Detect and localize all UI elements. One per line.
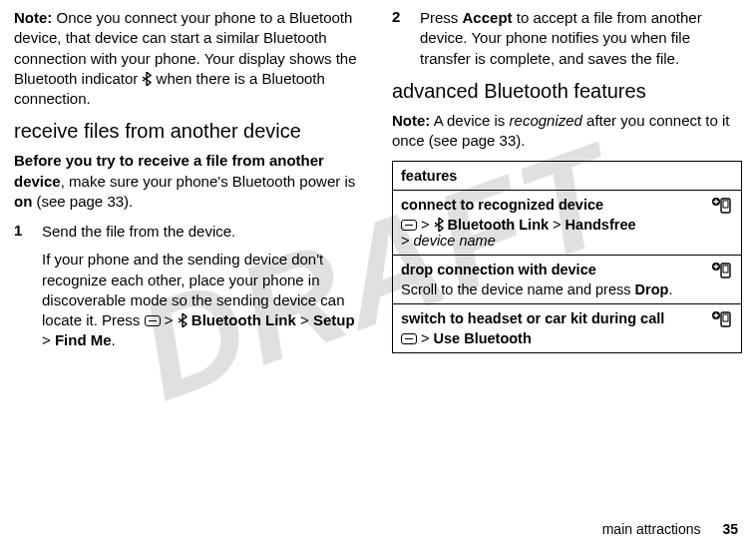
- page-columns: Note: Once you connect your phone to a B…: [0, 0, 756, 359]
- accept-label: Accept: [463, 9, 513, 26]
- before-tail: (see page 33).: [32, 193, 133, 210]
- device-name-label: device name: [414, 233, 496, 249]
- bluetooth-icon: [142, 71, 152, 85]
- feature-row-switch: switch to headset or car kit during call…: [393, 304, 742, 353]
- gt2: >: [300, 311, 309, 328]
- step-1-sub: If your phone and the sending device don…: [42, 250, 364, 350]
- setup-label: Setup: [313, 311, 355, 328]
- menu-key-icon-3: [401, 333, 417, 344]
- note-paragraph: Note: Once you connect your phone to a B…: [14, 8, 364, 109]
- feature-row-connect: connect to recognized device > Bluetooth…: [393, 191, 742, 256]
- features-table: features connect to recognized device > …: [392, 161, 742, 353]
- feature-switch-title: switch to headset or car kit during call: [401, 310, 733, 326]
- adv-note-paragraph: Note: A device is recognized after you c…: [392, 111, 742, 152]
- use-bluetooth-label: Use Bluetooth: [434, 330, 532, 346]
- gt3: >: [42, 331, 51, 348]
- before-receive-paragraph: Before you try to receive a file from an…: [14, 151, 364, 212]
- svg-rect-8: [723, 314, 728, 321]
- gt-r4: >: [421, 330, 429, 346]
- on-word: on: [14, 193, 32, 210]
- handsfree-label: Handsfree: [566, 217, 636, 233]
- drop-body-a: Scroll to the device name and press: [401, 281, 635, 297]
- heading-advanced: advanced Bluetooth features: [392, 79, 742, 103]
- step-2-number: 2: [392, 8, 406, 69]
- feature-row-drop: drop connection with device Scroll to th…: [393, 256, 742, 304]
- drop-label: Drop: [635, 281, 669, 297]
- step2-a: Press: [420, 9, 463, 26]
- adv-note-a: A device is: [430, 112, 509, 129]
- feature-connect-title: connect to recognized device: [401, 197, 733, 213]
- bt-link-label-2: Bluetooth Link: [448, 217, 550, 233]
- note-label: Note:: [14, 9, 52, 26]
- gt-r2: >: [553, 217, 561, 233]
- plus-device-icon-2: [711, 262, 733, 282]
- gt1: >: [165, 311, 174, 328]
- step-1-number: 1: [14, 222, 28, 242]
- period1: .: [112, 331, 116, 348]
- step-2: 2 Press Accept to accept a file from ano…: [392, 8, 742, 69]
- left-column: Note: Once you connect your phone to a B…: [14, 8, 364, 359]
- step-1-text: Send the file from the device.: [42, 222, 364, 242]
- drop-body-b: .: [668, 281, 672, 297]
- bluetooth-icon-3: [434, 218, 444, 232]
- step-2-body: Press Accept to accept a file from anoth…: [420, 8, 742, 69]
- before-rest: , make sure your phone's Bluetooth power…: [61, 173, 356, 190]
- step-1: 1 Send the file from the device.: [14, 222, 364, 242]
- right-column: 2 Press Accept to accept a file from ano…: [392, 8, 742, 359]
- footer-section: main attractions: [602, 521, 701, 537]
- svg-rect-5: [723, 266, 728, 272]
- svg-rect-2: [723, 201, 728, 208]
- plus-device-icon-3: [711, 310, 733, 331]
- features-header: features: [393, 162, 742, 191]
- menu-key-icon: [145, 315, 161, 326]
- bt-link-label: Bluetooth Link: [191, 311, 296, 328]
- footer: main attractions 35: [602, 521, 738, 537]
- recognized-word: recognized: [510, 112, 582, 129]
- adv-note-label: Note:: [392, 112, 430, 129]
- feature-drop-title: drop connection with device: [401, 262, 733, 277]
- bluetooth-icon-2: [178, 312, 188, 326]
- menu-key-icon-2: [401, 220, 417, 231]
- gt-r1: >: [421, 217, 429, 233]
- page-number: 35: [722, 521, 738, 537]
- plus-device-icon: [711, 197, 733, 218]
- heading-receive-files: receive files from another device: [14, 119, 364, 143]
- findme-label: Find Me: [55, 331, 112, 348]
- gt-r3: >: [401, 233, 409, 249]
